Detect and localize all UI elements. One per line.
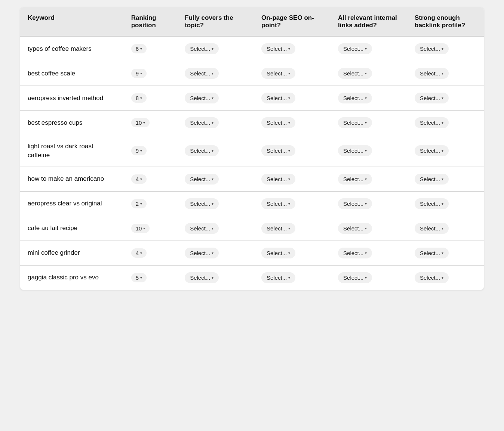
backlink-profile-cell[interactable]: Select...▾ (407, 86, 484, 111)
rank-cell[interactable]: 8▾ (124, 86, 177, 111)
rank-cell[interactable]: 9▾ (124, 135, 177, 167)
internal-links-select[interactable]: Select...▾ (338, 272, 372, 283)
on-page-seo-select[interactable]: Select...▾ (261, 43, 295, 54)
on-page-seo-cell[interactable]: Select...▾ (254, 111, 331, 135)
internal-links-select[interactable]: Select...▾ (338, 43, 372, 54)
internal-links-cell[interactable]: Select...▾ (331, 265, 407, 290)
backlink-profile-select[interactable]: Select...▾ (415, 272, 449, 283)
rank-cell[interactable]: 9▾ (124, 61, 177, 86)
internal-links-select[interactable]: Select...▾ (338, 68, 372, 79)
rank-badge[interactable]: 10▾ (131, 224, 150, 233)
backlink-profile-cell[interactable]: Select...▾ (407, 241, 484, 265)
internal-links-select[interactable]: Select...▾ (338, 117, 372, 128)
on-page-seo-cell[interactable]: Select...▾ (254, 135, 331, 167)
fully-covers-select[interactable]: Select...▾ (185, 223, 219, 234)
backlink-profile-select[interactable]: Select...▾ (415, 117, 449, 128)
backlink-profile-cell[interactable]: Select...▾ (407, 167, 484, 191)
on-page-seo-cell[interactable]: Select...▾ (254, 36, 331, 61)
backlink-profile-cell[interactable]: Select...▾ (407, 191, 484, 216)
backlink-profile-cell[interactable]: Select...▾ (407, 61, 484, 86)
on-page-seo-cell[interactable]: Select...▾ (254, 191, 331, 216)
fully-covers-cell[interactable]: Select...▾ (177, 86, 254, 111)
fully-covers-select[interactable]: Select...▾ (185, 68, 219, 79)
internal-links-cell[interactable]: Select...▾ (331, 86, 407, 111)
rank-badge[interactable]: 6▾ (131, 44, 147, 53)
on-page-seo-cell[interactable]: Select...▾ (254, 216, 331, 241)
rank-badge[interactable]: 4▾ (131, 174, 147, 184)
fully-covers-select[interactable]: Select...▾ (185, 117, 219, 128)
internal-links-cell[interactable]: Select...▾ (331, 191, 407, 216)
backlink-profile-cell[interactable]: Select...▾ (407, 265, 484, 290)
backlink-profile-select[interactable]: Select...▾ (415, 68, 449, 79)
internal-links-cell[interactable]: Select...▾ (331, 61, 407, 86)
rank-badge[interactable]: 4▾ (131, 248, 147, 258)
backlink-profile-cell[interactable]: Select...▾ (407, 36, 484, 61)
internal-links-select[interactable]: Select...▾ (338, 198, 372, 209)
backlink-profile-select[interactable]: Select...▾ (415, 248, 449, 258)
on-page-seo-cell[interactable]: Select...▾ (254, 265, 331, 290)
backlink-profile-select[interactable]: Select...▾ (415, 43, 449, 54)
rank-cell[interactable]: 5▾ (124, 265, 177, 290)
fully-covers-select[interactable]: Select...▾ (185, 145, 219, 156)
rank-badge[interactable]: 10▾ (131, 118, 150, 127)
internal-links-select[interactable]: Select...▾ (338, 174, 372, 185)
fully-covers-cell[interactable]: Select...▾ (177, 111, 254, 135)
backlink-profile-cell[interactable]: Select...▾ (407, 216, 484, 241)
on-page-seo-select[interactable]: Select...▾ (261, 272, 295, 283)
fully-covers-select[interactable]: Select...▾ (185, 93, 219, 103)
backlink-profile-select[interactable]: Select...▾ (415, 198, 449, 209)
on-page-seo-cell[interactable]: Select...▾ (254, 61, 331, 86)
rank-badge[interactable]: 2▾ (131, 199, 147, 208)
backlink-profile-cell[interactable]: Select...▾ (407, 135, 484, 167)
on-page-seo-cell[interactable]: Select...▾ (254, 167, 331, 191)
on-page-seo-select[interactable]: Select...▾ (261, 198, 295, 209)
rank-badge[interactable]: 5▾ (131, 273, 147, 282)
fully-covers-cell[interactable]: Select...▾ (177, 61, 254, 86)
fully-covers-select[interactable]: Select...▾ (185, 174, 219, 185)
fully-covers-cell[interactable]: Select...▾ (177, 135, 254, 167)
on-page-seo-select[interactable]: Select...▾ (261, 117, 295, 128)
on-page-seo-select[interactable]: Select...▾ (261, 223, 295, 234)
internal-links-cell[interactable]: Select...▾ (331, 111, 407, 135)
internal-links-select[interactable]: Select...▾ (338, 248, 372, 258)
rank-cell[interactable]: 6▾ (124, 36, 177, 61)
internal-links-select[interactable]: Select...▾ (338, 223, 372, 234)
on-page-seo-select[interactable]: Select...▾ (261, 145, 295, 156)
on-page-seo-select[interactable]: Select...▾ (261, 68, 295, 79)
backlink-profile-cell[interactable]: Select...▾ (407, 111, 484, 135)
fully-covers-cell[interactable]: Select...▾ (177, 265, 254, 290)
fully-covers-select[interactable]: Select...▾ (185, 43, 219, 54)
internal-links-cell[interactable]: Select...▾ (331, 241, 407, 265)
rank-badge[interactable]: 9▾ (131, 69, 147, 78)
internal-links-select[interactable]: Select...▾ (338, 93, 372, 103)
rank-cell[interactable]: 4▾ (124, 241, 177, 265)
rank-badge[interactable]: 8▾ (131, 93, 147, 103)
on-page-seo-cell[interactable]: Select...▾ (254, 241, 331, 265)
backlink-profile-select[interactable]: Select...▾ (415, 223, 449, 234)
fully-covers-cell[interactable]: Select...▾ (177, 241, 254, 265)
fully-covers-select[interactable]: Select...▾ (185, 248, 219, 258)
on-page-seo-select[interactable]: Select...▾ (261, 174, 295, 185)
fully-covers-select[interactable]: Select...▾ (185, 198, 219, 209)
internal-links-cell[interactable]: Select...▾ (331, 135, 407, 167)
on-page-seo-cell[interactable]: Select...▾ (254, 86, 331, 111)
rank-cell[interactable]: 2▾ (124, 191, 177, 216)
internal-links-cell[interactable]: Select...▾ (331, 167, 407, 191)
fully-covers-cell[interactable]: Select...▾ (177, 216, 254, 241)
internal-links-select[interactable]: Select...▾ (338, 145, 372, 156)
fully-covers-cell[interactable]: Select...▾ (177, 191, 254, 216)
backlink-profile-select[interactable]: Select...▾ (415, 145, 449, 156)
rank-cell[interactable]: 10▾ (124, 216, 177, 241)
fully-covers-select[interactable]: Select...▾ (185, 272, 219, 283)
fully-covers-cell[interactable]: Select...▾ (177, 36, 254, 61)
on-page-seo-select[interactable]: Select...▾ (261, 248, 295, 258)
on-page-seo-select[interactable]: Select...▾ (261, 93, 295, 103)
rank-cell[interactable]: 4▾ (124, 167, 177, 191)
fully-covers-cell[interactable]: Select...▾ (177, 167, 254, 191)
backlink-profile-select[interactable]: Select...▾ (415, 174, 449, 185)
backlink-profile-select[interactable]: Select...▾ (415, 93, 449, 103)
rank-cell[interactable]: 10▾ (124, 111, 177, 135)
rank-badge[interactable]: 9▾ (131, 146, 147, 155)
internal-links-cell[interactable]: Select...▾ (331, 36, 407, 61)
internal-links-cell[interactable]: Select...▾ (331, 216, 407, 241)
